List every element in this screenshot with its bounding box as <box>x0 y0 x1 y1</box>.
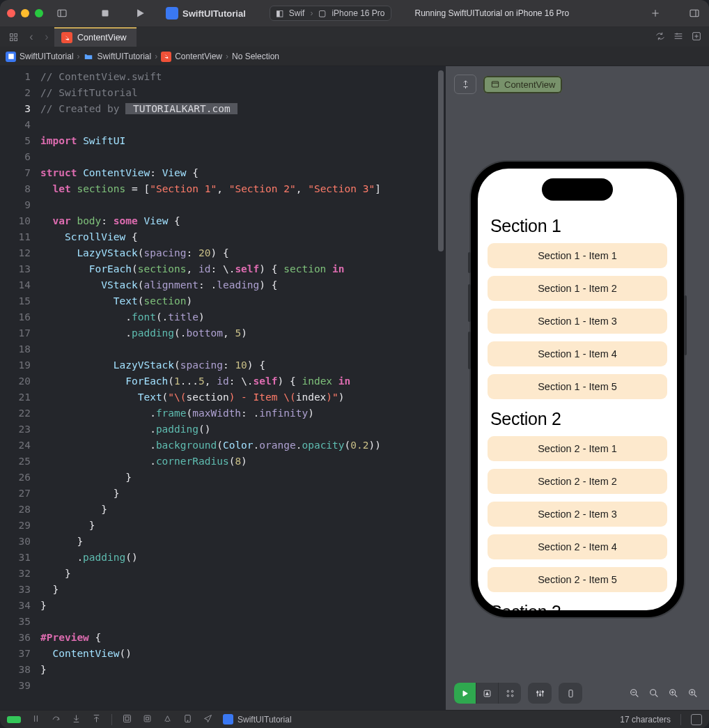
code-line[interactable]: 33 } <box>0 582 446 598</box>
svg-point-23 <box>511 690 513 692</box>
zoom-fit-icon[interactable] <box>666 686 681 701</box>
scrollbar-thumb[interactable] <box>438 70 444 251</box>
debug-target[interactable]: SwiftUITutorial <box>223 714 292 725</box>
code-line[interactable]: 5import SwiftUI <box>0 133 446 149</box>
preview-device-button[interactable] <box>559 683 582 704</box>
app-icon <box>166 7 178 20</box>
crumb-project[interactable]: SwiftUITutorial <box>20 52 74 61</box>
section-title: Section 1 <box>490 216 664 236</box>
code-line[interactable]: 1// ContentView.swift <box>0 69 446 85</box>
variants-button[interactable] <box>499 683 521 704</box>
code-line[interactable]: 3// Created by TUTORIALKART.com <box>0 101 446 117</box>
zoom-in-icon[interactable] <box>685 686 701 701</box>
code-line[interactable]: 28 } <box>0 502 446 518</box>
preview-content[interactable]: Section 1Section 1 - Item 1Section 1 - I… <box>478 169 677 610</box>
code-line[interactable]: 6 <box>0 149 446 165</box>
code-line[interactable]: 9 <box>0 197 446 213</box>
window-controls <box>7 9 43 17</box>
step-out-icon[interactable] <box>91 713 102 726</box>
code-line[interactable]: 31 .padding() <box>0 550 446 566</box>
sync-icon[interactable] <box>655 31 666 44</box>
code-line[interactable]: 29 } <box>0 518 446 534</box>
close-window[interactable] <box>7 9 15 17</box>
code-line[interactable]: 35 <box>0 614 446 630</box>
adjust-editor-icon[interactable] <box>673 31 684 44</box>
minimize-window[interactable] <box>21 9 29 17</box>
nav-back[interactable]: ‹ <box>24 31 39 43</box>
zoom-out-icon[interactable] <box>627 686 642 701</box>
code-editor[interactable]: 1// ContentView.swift2// SwiftTutorial3/… <box>0 66 446 710</box>
code-line[interactable]: 15 Text(section) <box>0 293 446 309</box>
device-settings-button[interactable] <box>528 683 552 704</box>
code-line[interactable]: 16 .font(.title) <box>0 309 446 325</box>
nav-forward[interactable]: › <box>39 31 54 43</box>
crumb-file[interactable]: ContentView <box>175 52 222 61</box>
code-line[interactable]: 7struct ContentView: View { <box>0 165 446 181</box>
svg-rect-52 <box>124 715 131 722</box>
editor-tab[interactable]: ContentView <box>54 27 137 47</box>
code-line[interactable]: 19 LazyVStack(spacing: 10) { <box>0 357 446 373</box>
code-line[interactable]: 24 .background(Color.orange.opacity(0.2)… <box>0 437 446 454</box>
chevron-right-icon: › <box>77 52 80 61</box>
crumb-folder[interactable]: SwiftUITutorial <box>98 52 152 61</box>
pause-icon[interactable] <box>31 713 41 726</box>
code-line[interactable]: 32 } <box>0 566 446 582</box>
zoom-window[interactable] <box>35 9 43 17</box>
code-line[interactable]: 38} <box>0 662 446 678</box>
location-icon[interactable] <box>203 713 213 726</box>
run-button[interactable] <box>132 6 148 21</box>
live-preview-button[interactable] <box>454 683 476 704</box>
scheme-selector[interactable]: ◧ Swif › ▢ iPhone 16 Pro <box>270 6 391 21</box>
step-over-icon[interactable] <box>51 713 61 726</box>
code-line[interactable]: 39 <box>0 678 446 694</box>
code-line[interactable]: 23 .padding() <box>0 421 446 437</box>
jump-bar[interactable]: SwiftUITutorial › SwiftUITutorial › Cont… <box>0 47 709 66</box>
code-line[interactable]: 21 Text("\(section) - Item \(index)") <box>0 389 446 405</box>
code-line[interactable]: 25 .cornerRadius(8) <box>0 454 446 470</box>
code-line[interactable]: 2// SwiftTutorial <box>0 85 446 101</box>
project-title[interactable]: SwiftUITutorial <box>166 7 246 20</box>
toggle-sidebar-icon[interactable] <box>54 6 70 21</box>
code-line[interactable]: 12 LazyVStack(spacing: 20) { <box>0 245 446 261</box>
code-line[interactable]: 37 ContentView() <box>0 646 446 662</box>
code-line[interactable]: 27 } <box>0 486 446 502</box>
code-line[interactable]: 13 ForEach(sections, id: \.self) { secti… <box>0 261 446 277</box>
related-items-icon[interactable] <box>3 27 24 47</box>
code-line[interactable]: 22 .frame(maxWidth: .infinity) <box>0 405 446 421</box>
code-line[interactable]: 26 } <box>0 470 446 486</box>
preview-chip[interactable]: ContentView <box>483 76 562 93</box>
library-icon[interactable] <box>687 6 702 21</box>
add-tab-icon[interactable] <box>648 6 663 21</box>
activity-indicator[interactable] <box>7 716 21 723</box>
section-title: Section 2 <box>490 409 664 429</box>
phone-button <box>468 284 471 322</box>
simulate-icon[interactable] <box>182 713 193 726</box>
code-line[interactable]: 14 VStack(alignment: .leading) { <box>0 277 446 293</box>
code-line[interactable]: 4 <box>0 117 446 133</box>
code-line[interactable]: 18 <box>0 341 446 357</box>
pin-preview-button[interactable] <box>454 75 476 94</box>
project-title-label: SwiftUITutorial <box>182 8 246 19</box>
list-item: Section 2 - Item 5 <box>488 567 667 592</box>
chevron-right-icon: › <box>310 8 313 18</box>
list-item: Section 2 - Item 3 <box>488 502 667 527</box>
add-editor-icon[interactable] <box>691 31 702 44</box>
zoom-actual-icon[interactable] <box>646 686 662 701</box>
code-line[interactable]: 8 let sections = ["Section 1", "Section … <box>0 181 446 197</box>
code-line[interactable]: 17 .padding(.bottom, 5) <box>0 325 446 341</box>
memory-graph-icon[interactable] <box>142 713 153 726</box>
environment-icon[interactable] <box>162 713 173 726</box>
code-line[interactable]: 20 ForEach(1...5, id: \.self) { index in <box>0 373 446 389</box>
code-line[interactable]: 10 var body: some View { <box>0 213 446 229</box>
code-line[interactable]: 34} <box>0 598 446 614</box>
toggle-debug-area-icon[interactable] <box>691 714 702 725</box>
code-line[interactable]: 11 ScrollView { <box>0 229 446 245</box>
code-line[interactable]: 36#Preview { <box>0 630 446 646</box>
crumb-selection[interactable]: No Selection <box>232 52 279 61</box>
code-line[interactable]: 30 } <box>0 534 446 550</box>
step-in-icon[interactable] <box>71 713 81 726</box>
svg-rect-8 <box>14 33 17 36</box>
ui-hierarchy-icon[interactable] <box>122 713 132 726</box>
selectable-preview-button[interactable] <box>476 683 499 704</box>
stop-button[interactable] <box>98 6 113 21</box>
